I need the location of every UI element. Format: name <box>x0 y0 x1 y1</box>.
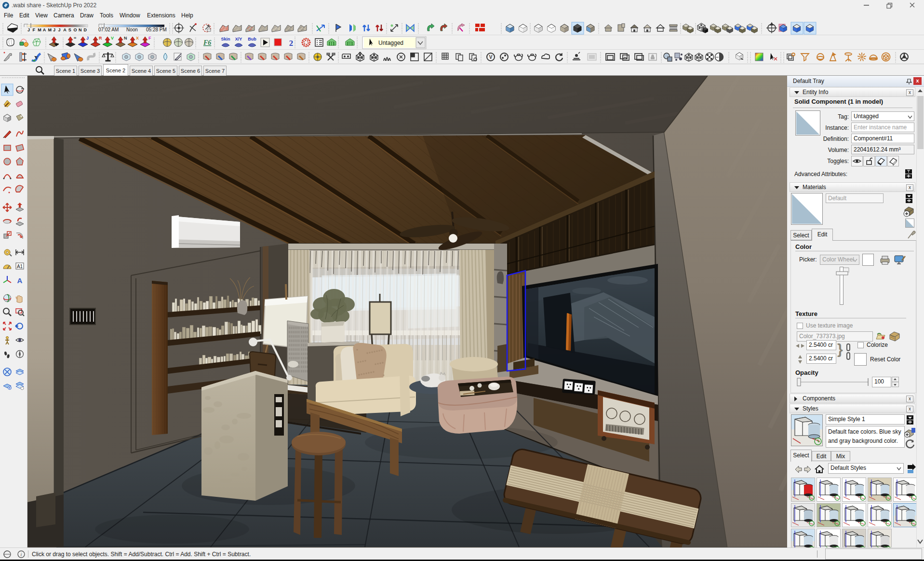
svg-text:i: i <box>21 552 22 557</box>
svg-text:D: D <box>84 27 87 32</box>
svg-text:=: = <box>74 36 76 41</box>
svg-text:Untagged: Untagged <box>378 40 403 46</box>
svg-text:V: V <box>111 36 114 41</box>
svg-text:Bub: Bub <box>248 37 256 41</box>
svg-text:Skin: Skin <box>221 37 230 41</box>
svg-text:V: V <box>489 55 493 60</box>
svg-text:N: N <box>79 27 82 32</box>
svg-text:M: M <box>48 27 52 32</box>
svg-text:07:02 AM: 07:02 AM <box>98 27 119 32</box>
svg-text:2: 2 <box>289 39 294 48</box>
svg-text:M: M <box>38 27 41 32</box>
svg-text:A: A <box>17 276 23 285</box>
svg-text:J: J <box>27 27 30 32</box>
svg-text:S: S <box>68 27 71 32</box>
svg-text:J: J <box>58 27 61 32</box>
svg-text:A: A <box>63 27 67 32</box>
svg-text:A: A <box>43 27 46 32</box>
svg-text:A1: A1 <box>17 264 23 269</box>
svg-text:R: R <box>99 36 102 41</box>
svg-text:Noon: Noon <box>126 27 138 32</box>
svg-text:X/Y: X/Y <box>235 37 242 41</box>
svg-text:05:28 PM: 05:28 PM <box>146 27 167 32</box>
svg-text:X: X <box>136 36 139 41</box>
svg-text:O: O <box>73 27 77 32</box>
svg-text:J: J <box>53 27 55 32</box>
svg-text:F: F <box>33 27 36 32</box>
svg-text:J: J <box>86 36 89 41</box>
svg-text:N: N <box>124 36 127 41</box>
svg-text:F: F <box>148 36 151 41</box>
svg-text:F6: F6 <box>203 39 211 46</box>
